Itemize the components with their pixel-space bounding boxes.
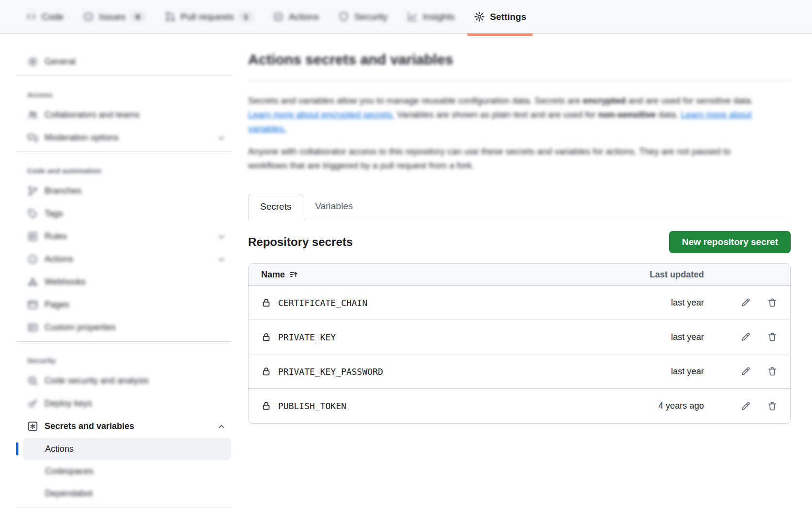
description-text: data. xyxy=(656,109,681,120)
sidebar-item-tags[interactable]: Tags xyxy=(16,202,231,225)
repository-secrets-table: Name Last updated CERTIFICATE_CHAIN last… xyxy=(248,263,791,424)
secret-updated: last year xyxy=(641,367,704,377)
sidebar-item-label: Moderation options xyxy=(45,133,119,143)
comment-discussion-icon xyxy=(27,132,38,143)
people-icon xyxy=(27,109,38,121)
code-icon xyxy=(26,11,37,22)
sidebar-item-label: Branches xyxy=(45,186,81,196)
page-title: Actions secrets and variables xyxy=(248,51,791,68)
settings-sidebar: General Access Collaborators and teams M… xyxy=(16,50,231,510)
sort-ascending-icon[interactable] xyxy=(289,270,298,279)
sidebar-item-label: Custom properties xyxy=(45,322,116,333)
delete-secret-button[interactable] xyxy=(767,332,778,342)
secret-row: PRIVATE_KEY_PASSWORD last year xyxy=(249,354,790,389)
sidebar-item-code-security[interactable]: Code security and analysis xyxy=(16,369,231,392)
sidebar-item-label: Code security and analysis xyxy=(45,376,149,386)
active-item-marker xyxy=(16,443,18,456)
chevron-down-icon xyxy=(217,133,226,143)
sidebar-divider xyxy=(16,152,231,152)
key-asterisk-icon xyxy=(27,421,38,432)
description-text: Variables are shown as plain text and ar… xyxy=(394,109,598,120)
nav-tab-label: Code xyxy=(42,12,63,22)
description-text: Secrets and variables allow you to manag… xyxy=(248,95,583,106)
description-paragraph-2: Anyone with collaborator access to this … xyxy=(248,144,761,172)
edit-secret-button[interactable] xyxy=(740,401,751,412)
sidebar-item-general[interactable]: General xyxy=(16,50,231,73)
last-updated-column-header: Last updated xyxy=(641,270,704,280)
nav-tab-label: Insights xyxy=(423,12,454,22)
sidebar-subitem-dependabot[interactable]: Dependabot xyxy=(23,482,231,505)
sidebar-item-label: Pages xyxy=(45,300,69,310)
description-emphasis: non-sensitive xyxy=(598,109,656,120)
description-emphasis: encrypted xyxy=(583,95,625,106)
sidebar-item-label: Secrets and variables xyxy=(45,421,134,431)
nav-tab-settings[interactable]: Settings xyxy=(471,0,529,34)
sidebar-item-label: Collaborators and teams xyxy=(45,110,140,120)
sidebar-item-label: Tags xyxy=(45,209,63,219)
secret-updated: 4 years ago xyxy=(641,401,704,411)
sidebar-subitem-actions[interactable]: Actions xyxy=(23,438,231,460)
sidebar-item-collaborators[interactable]: Collaborators and teams xyxy=(16,104,231,126)
tab-secrets[interactable]: Secrets xyxy=(248,194,303,219)
edit-secret-button[interactable] xyxy=(740,366,751,377)
play-circle-icon xyxy=(27,254,38,265)
sidebar-item-rules[interactable]: Rules xyxy=(16,225,231,248)
sidebar-item-moderation-options[interactable]: Moderation options xyxy=(16,126,231,149)
pull-requests-count-badge: 1 xyxy=(239,12,253,22)
sidebar-item-label: Dependabot xyxy=(45,489,93,499)
sidebar-item-label: General xyxy=(45,57,76,67)
title-divider xyxy=(248,80,791,81)
graph-icon xyxy=(407,11,418,22)
nav-tab-security[interactable]: Security xyxy=(335,0,390,34)
nav-tab-issues[interactable]: Issues 8 xyxy=(80,0,148,34)
tab-variables[interactable]: Variables xyxy=(303,194,364,219)
secret-name: PUBLISH_TOKEN xyxy=(278,401,346,411)
sidebar-item-deploy-keys[interactable]: Deploy keys xyxy=(16,392,231,415)
edit-secret-button[interactable] xyxy=(740,297,751,308)
issue-opened-icon xyxy=(83,11,94,22)
delete-secret-button[interactable] xyxy=(767,366,778,377)
lock-icon xyxy=(261,332,271,342)
new-repository-secret-button[interactable]: New repository secret xyxy=(669,231,791,253)
secret-name: PRIVATE_KEY xyxy=(278,332,336,342)
nav-tab-actions[interactable]: Actions xyxy=(270,0,322,34)
sidebar-section-code-automation: Code and automation xyxy=(16,160,231,180)
section-title: Repository secrets xyxy=(248,235,353,249)
edit-secret-button[interactable] xyxy=(740,332,751,342)
delete-secret-button[interactable] xyxy=(767,297,778,308)
delete-secret-button[interactable] xyxy=(767,401,778,412)
gear-icon xyxy=(27,56,38,67)
repo-nav: Code Issues 8 Pull requests 1 Actions xyxy=(0,0,812,34)
git-pull-request-icon xyxy=(165,11,176,22)
gear-icon xyxy=(474,11,485,22)
sidebar-item-branches[interactable]: Branches xyxy=(16,180,231,202)
sidebar-item-custom-properties[interactable]: Custom properties xyxy=(16,316,231,339)
nav-tab-pull-requests[interactable]: Pull requests 1 xyxy=(162,0,256,34)
sidebar-section-access: Access xyxy=(16,84,231,104)
sidebar-subitem-codespaces[interactable]: Codespaces xyxy=(23,460,231,482)
chevron-up-icon xyxy=(217,422,226,431)
nav-tab-label: Security xyxy=(354,12,388,22)
lock-icon xyxy=(261,367,271,377)
sidebar-item-pages[interactable]: Pages xyxy=(16,293,231,316)
github-repo-settings-page: Code Issues 8 Pull requests 1 Actions xyxy=(0,0,812,520)
sidebar-divider xyxy=(16,341,231,342)
secret-updated: last year xyxy=(641,332,704,342)
sidebar-item-actions[interactable]: Actions xyxy=(16,248,231,271)
secret-name: CERTIFICATE_CHAIN xyxy=(278,298,367,308)
shield-icon xyxy=(338,11,349,22)
sidebar-item-webhooks[interactable]: Webhooks xyxy=(16,271,231,293)
sidebar-item-label: Actions xyxy=(45,444,74,454)
sidebar-item-secrets-and-variables[interactable]: Secrets and variables xyxy=(16,415,231,438)
key-icon xyxy=(27,398,38,409)
nav-tab-code[interactable]: Code xyxy=(23,0,66,34)
name-column-header: Name xyxy=(261,270,285,280)
nav-tab-label: Settings xyxy=(490,12,526,22)
sidebar-section-security: Security xyxy=(16,350,231,369)
link-encrypted-secrets[interactable]: Learn more about encrypted secrets. xyxy=(248,109,394,120)
rules-icon xyxy=(27,231,38,242)
sidebar-item-label: Webhooks xyxy=(45,277,86,287)
secrets-variables-tabnav: Secrets Variables xyxy=(248,194,791,219)
sidebar-item-label: Rules xyxy=(45,231,67,242)
nav-tab-insights[interactable]: Insights xyxy=(404,0,457,34)
